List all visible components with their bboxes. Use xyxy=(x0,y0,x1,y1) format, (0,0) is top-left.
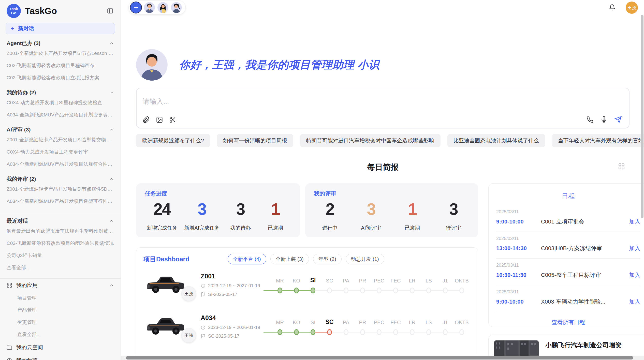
app-sub-item[interactable]: 产品管理 xyxy=(7,304,114,316)
schedule-name: X003-车辆动力学性能验... xyxy=(541,298,626,306)
milestone: OKTB xyxy=(453,318,470,335)
section-header[interactable]: 我的评审 (2) xyxy=(7,175,114,183)
logo-line2: Go xyxy=(11,11,17,15)
schedule-card: 日程 2025/03/11 9:00-10:00 C001-立项审批会 加入 2… xyxy=(488,183,644,327)
dashboard-filter-pill[interactable]: 年型 (2) xyxy=(313,254,342,264)
milestone-label: SI xyxy=(311,318,315,325)
suggestion-chip[interactable]: 特朗普可能对进口汽车增税会对中国车企造成哪些影响 xyxy=(300,134,441,147)
dashboard-filter-pill[interactable]: 全新平台 (4) xyxy=(228,254,266,264)
dashboard-filter-pill[interactable]: 动总开发 (1) xyxy=(346,254,384,264)
app-sub-item[interactable]: 查看全部... xyxy=(7,328,114,341)
clock-icon xyxy=(201,283,206,288)
milestone-label: SI xyxy=(310,276,316,284)
schedule-date: 2025/03/11 xyxy=(496,209,640,215)
sidebar-item-my-apps[interactable]: 我的应用 xyxy=(7,279,114,292)
milestone-label: LR xyxy=(409,276,416,284)
milestone: J1 xyxy=(437,318,453,335)
suggestion-chip[interactable]: 如何写一份清晰的项目周报 xyxy=(217,134,293,147)
join-meeting-link[interactable]: 加入 xyxy=(629,298,640,306)
dashboard-filter-pill[interactable]: 全新上装 (3) xyxy=(270,254,309,264)
agent-avatar-3[interactable] xyxy=(171,2,182,13)
task-item[interactable]: Z001-全新燃油皮卡产品开发项目SI节点Lesson Learn报告 xyxy=(7,47,114,59)
section-header[interactable]: Agent已办 (3) xyxy=(7,40,114,47)
section-header[interactable]: AI评审 (3) xyxy=(7,126,114,133)
task-item[interactable]: Z001-全新燃油轻卡产品开发项目SI节点属性5D文件评审 xyxy=(7,183,114,195)
section-header[interactable]: 我的待办 (2) xyxy=(7,89,114,96)
milestone-dot xyxy=(426,288,431,293)
task-item[interactable]: C0X4-动力总成开发项目SI里程碑提交物检查 xyxy=(7,97,114,109)
recent-conversation-item[interactable]: 查看全部... xyxy=(7,262,114,274)
join-meeting-link[interactable]: 加入 xyxy=(629,271,640,279)
recent-conversation-item[interactable]: 公司Q3轻卡销量 xyxy=(7,249,114,262)
project-row[interactable]: 王强 A034 2023-12-19 ~ 2026-01-19 SC-2025-… xyxy=(143,314,471,339)
task-item[interactable]: C0X4-动力总成开发项目工程变更评审 xyxy=(7,146,114,158)
app-sub-item[interactable]: 项目管理 xyxy=(7,292,114,304)
milestone-label: PR xyxy=(359,318,366,325)
milestone-dot xyxy=(443,329,448,335)
milestone: MR xyxy=(272,318,288,335)
recent-section-header[interactable]: 最近对话 xyxy=(7,217,114,224)
horizontal-scrollbar[interactable] xyxy=(126,356,633,359)
greeting-text: 你好，王强，我是你的项目管理助理 小识 xyxy=(179,58,379,72)
recent-conversation-item[interactable]: C02-飞腾新能源轻客改款项目的闭环通告反馈情况 xyxy=(7,237,114,249)
task-item[interactable]: A034-全新新能源MUV产品开发项目计划变更表编写 xyxy=(7,109,114,121)
sidebar-item-cloud-space[interactable]: 我的云空间 xyxy=(7,341,114,354)
scissors-icon[interactable] xyxy=(169,116,176,123)
stat-value: 3 xyxy=(198,200,206,219)
stat-value: 2 xyxy=(326,200,334,219)
task-item[interactable]: Z001-全新燃油轻卡产品开发项目SI造型提交物评审 xyxy=(7,134,114,146)
agent-avatar-1[interactable] xyxy=(144,2,155,13)
stat-label: 已逾期 xyxy=(268,224,283,231)
agent-avatar-2[interactable] xyxy=(157,2,168,13)
collapse-sidebar-icon[interactable] xyxy=(106,7,114,15)
task-item[interactable]: A034-全新新能源MUV产品开发项目法规符合性评审 xyxy=(7,158,114,170)
milestone-label: PA xyxy=(343,318,349,325)
image-icon[interactable] xyxy=(156,116,163,123)
briefing-stat-cards: 任务进度 24 新增完成任务 3 新增AI完成任务 3 我的待办 1 已逾期 我… xyxy=(136,183,478,237)
stat: 2 进行中 xyxy=(316,200,344,231)
milestone: OKTB xyxy=(453,276,470,293)
grid-icon xyxy=(7,282,12,288)
suggestion-chip[interactable]: 比亚迪全固态电池计划具体说了什么 xyxy=(447,134,545,147)
add-agent-button[interactable] xyxy=(130,2,141,13)
recent-conversation-item[interactable]: 解释最新出台的欧盟报废车法规再生塑料比例被调至15%... xyxy=(7,225,114,237)
milestone: PA xyxy=(338,276,354,293)
sidebar-item-favorites[interactable]: 我的收藏 xyxy=(7,354,114,360)
app-sub-item[interactable]: 变更管理 xyxy=(7,316,114,328)
briefing-layout-icon[interactable] xyxy=(618,163,625,170)
milestone-dot xyxy=(377,288,382,293)
milestone: PEC xyxy=(371,318,387,335)
flag-icon xyxy=(201,292,206,297)
attachment-icon[interactable] xyxy=(143,116,150,123)
plus-icon xyxy=(10,26,15,31)
join-meeting-link[interactable]: 加入 xyxy=(629,218,640,226)
milestone-dot xyxy=(426,329,431,335)
schedule-date: 2025/03/11 xyxy=(496,263,640,268)
stat-label: 我的待办 xyxy=(230,224,251,231)
chevron-up-icon xyxy=(109,219,114,223)
stat-value: 1 xyxy=(271,200,280,219)
my-apps-label: 我的应用 xyxy=(16,282,105,289)
join-meeting-link[interactable]: 加入 xyxy=(629,245,640,252)
milestone-label: PEC xyxy=(374,276,384,284)
message-composer[interactable]: 请输入... xyxy=(136,88,630,128)
task-item[interactable]: C02-飞腾新能源轻客改款项目立项汇报方案 xyxy=(7,72,114,84)
task-item[interactable]: C02-飞腾新能源轻客改款项目里程碑画布 xyxy=(7,59,114,72)
new-chat-button[interactable]: 新对话 xyxy=(6,23,115,34)
milestone-track: MR KO SI SC PA PR PEC FEC LR xyxy=(264,276,471,293)
microphone-icon[interactable] xyxy=(601,116,607,123)
suggestion-chip[interactable]: 当下年轻人对汽车外观有怎样的喜好趋势 xyxy=(552,134,644,147)
milestone: PEC xyxy=(371,276,387,293)
favorites-label: 我的收藏 xyxy=(16,357,114,360)
phone-call-icon[interactable] xyxy=(587,116,593,123)
suggestion-chip[interactable]: 欧洲新规最近颁布了什么? xyxy=(136,134,210,147)
task-item[interactable]: A034-全新新能源MUV产品开发项目造型可行性评审 xyxy=(7,195,114,207)
view-all-schedule-link[interactable]: 查看所有日程 xyxy=(496,319,640,326)
logo-line1: Task xyxy=(9,7,18,11)
milestone: KO xyxy=(288,318,305,335)
project-row[interactable]: 王强 Z001 2023-12-19 ~ 2027-01-19 SI-2025-… xyxy=(143,272,471,297)
vertical-scrollbar[interactable] xyxy=(641,15,643,218)
send-icon[interactable] xyxy=(614,116,622,123)
stat: 1 已逾期 xyxy=(398,200,426,231)
schedule-time: 13:00-14:30 xyxy=(496,245,536,252)
